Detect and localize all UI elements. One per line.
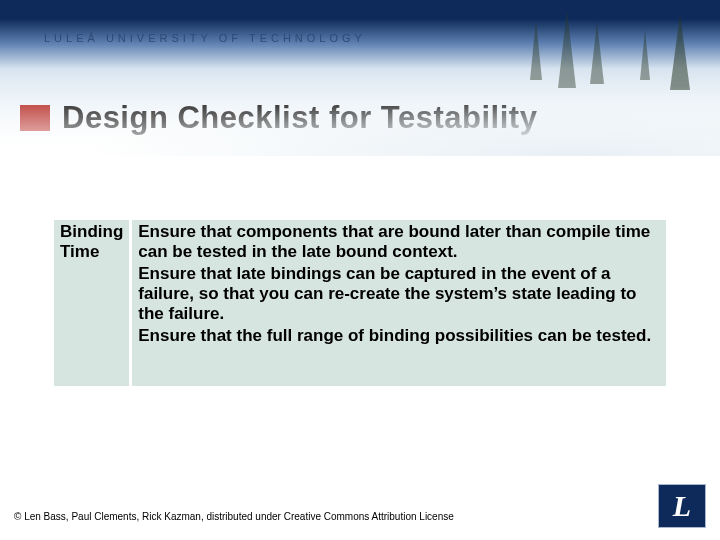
- tree-decoration: [670, 14, 690, 90]
- footer-attribution: © Len Bass, Paul Clements, Rick Kazman, …: [14, 511, 454, 522]
- table-row: Binding Time Ensure that components that…: [54, 220, 666, 352]
- university-name: LULEÅ UNIVERSITY OF TECHNOLOGY: [44, 32, 366, 44]
- row-para: Ensure that late bindings can be capture…: [138, 264, 660, 324]
- tree-decoration: [558, 10, 576, 88]
- checklist-table: Binding Time Ensure that components that…: [54, 220, 666, 386]
- logo-letter: L: [673, 489, 691, 523]
- title-row: Design Checklist for Testability: [20, 100, 700, 136]
- table-row: [54, 352, 666, 386]
- row-label: Binding Time: [54, 220, 131, 352]
- tree-decoration: [640, 30, 650, 80]
- row-para: Ensure that components that are bound la…: [138, 222, 660, 262]
- tree-decoration: [530, 20, 542, 80]
- title-bullet: [20, 105, 50, 131]
- university-logo: L: [658, 484, 706, 528]
- tree-decoration: [590, 22, 604, 84]
- slide-title: Design Checklist for Testability: [62, 100, 537, 136]
- header-banner: LULEÅ UNIVERSITY OF TECHNOLOGY Design Ch…: [0, 0, 720, 156]
- row-para: Ensure that the full range of binding po…: [138, 326, 660, 346]
- row-body: Ensure that components that are bound la…: [131, 220, 666, 352]
- content-area: Binding Time Ensure that components that…: [54, 220, 666, 386]
